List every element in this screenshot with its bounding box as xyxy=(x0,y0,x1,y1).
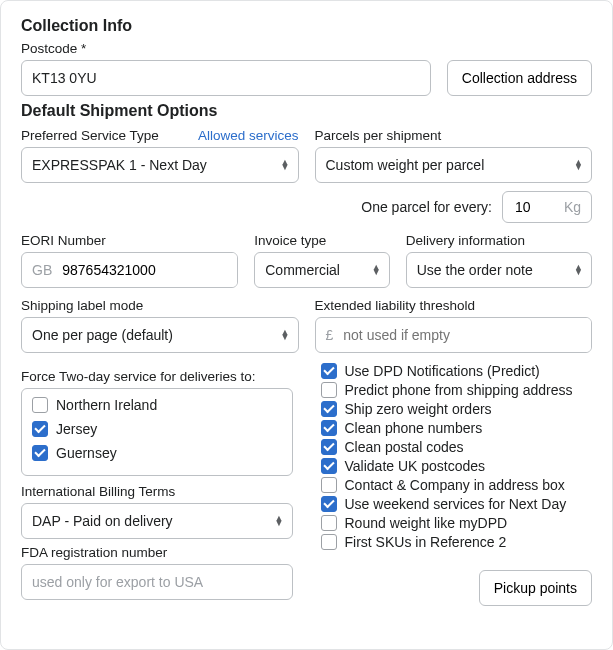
delivery-info-value: Use the order note xyxy=(417,262,533,278)
option-label: First SKUs in Reference 2 xyxy=(345,534,507,550)
force-two-day-label: Force Two-day service for deliveries to: xyxy=(21,369,293,384)
default-shipment-title: Default Shipment Options xyxy=(21,102,592,120)
option-label: Round weight like myDPD xyxy=(345,515,508,531)
invoice-type-value: Commercial xyxy=(265,262,340,278)
checkbox[interactable] xyxy=(32,445,48,461)
checkbox[interactable] xyxy=(321,420,337,436)
fda-label: FDA registration number xyxy=(21,545,293,560)
postcode-input[interactable] xyxy=(21,60,431,96)
select-arrows-icon: ▲▼ xyxy=(574,265,583,275)
option-label: Contact & Company in address box xyxy=(345,477,565,493)
checkbox[interactable] xyxy=(321,496,337,512)
list-item-label: Guernsey xyxy=(56,445,117,461)
checkbox[interactable] xyxy=(32,397,48,413)
parcels-per-shipment-value: Custom weight per parcel xyxy=(326,157,485,173)
checkbox[interactable] xyxy=(321,534,337,550)
currency-prefix: £ xyxy=(316,327,344,343)
extended-liability-input[interactable] xyxy=(343,318,591,352)
option-row[interactable]: Contact & Company in address box xyxy=(321,477,593,493)
parcels-per-shipment-select[interactable]: Custom weight per parcel ▲▼ xyxy=(315,147,593,183)
option-row[interactable]: Validate UK postcodes xyxy=(321,458,593,474)
checkbox[interactable] xyxy=(321,401,337,417)
checkbox[interactable] xyxy=(321,477,337,493)
select-arrows-icon: ▲▼ xyxy=(275,516,284,526)
list-item-label: Northern Ireland xyxy=(56,397,157,413)
label-mode-label: Shipping label mode xyxy=(21,298,299,313)
extended-liability-label: Extended liability threshold xyxy=(315,298,593,313)
options-list: Use DPD Notifications (Predict)Predict p… xyxy=(321,363,593,550)
parcels-per-shipment-label: Parcels per shipment xyxy=(315,128,593,143)
option-row[interactable]: Clean phone numbers xyxy=(321,420,593,436)
eori-input-wrapper: GB xyxy=(21,252,238,288)
option-row[interactable]: Use weekend services for Next Day xyxy=(321,496,593,512)
option-row[interactable]: Clean postal codes xyxy=(321,439,593,455)
option-label: Predict phone from shipping address xyxy=(345,382,573,398)
checkbox[interactable] xyxy=(321,515,337,531)
pickup-points-button[interactable]: Pickup points xyxy=(479,570,592,606)
invoice-type-select[interactable]: Commercial ▲▼ xyxy=(254,252,389,288)
label-mode-value: One per page (default) xyxy=(32,327,173,343)
option-label: Clean postal codes xyxy=(345,439,464,455)
list-item[interactable]: Northern Ireland xyxy=(22,393,292,417)
invoice-type-label: Invoice type xyxy=(254,233,389,248)
collection-address-button[interactable]: Collection address xyxy=(447,60,592,96)
select-arrows-icon: ▲▼ xyxy=(281,330,290,340)
option-label: Validate UK postcodes xyxy=(345,458,486,474)
option-label: Ship zero weight orders xyxy=(345,401,492,417)
settings-card: Collection Info Postcode * Collection ad… xyxy=(0,0,613,650)
preferred-service-select[interactable]: EXPRESSPAK 1 - Next Day ▲▼ xyxy=(21,147,299,183)
collection-info-title: Collection Info xyxy=(21,17,592,35)
checkbox[interactable] xyxy=(32,421,48,437)
checkbox[interactable] xyxy=(321,382,337,398)
checkbox[interactable] xyxy=(321,439,337,455)
postcode-label: Postcode * xyxy=(21,41,592,56)
delivery-info-label: Delivery information xyxy=(406,233,592,248)
kg-suffix: Kg xyxy=(564,199,581,215)
option-row[interactable]: Round weight like myDPD xyxy=(321,515,593,531)
option-label: Clean phone numbers xyxy=(345,420,483,436)
option-label: Use weekend services for Next Day xyxy=(345,496,567,512)
delivery-info-select[interactable]: Use the order note ▲▼ xyxy=(406,252,592,288)
label-mode-select[interactable]: One per page (default) ▲▼ xyxy=(21,317,299,353)
option-row[interactable]: Use DPD Notifications (Predict) xyxy=(321,363,593,379)
option-label: Use DPD Notifications (Predict) xyxy=(345,363,540,379)
checkbox[interactable] xyxy=(321,458,337,474)
option-row[interactable]: Predict phone from shipping address xyxy=(321,382,593,398)
one-parcel-label: One parcel for every: xyxy=(361,199,492,215)
preferred-service-label: Preferred Service Type xyxy=(21,128,159,143)
list-item[interactable]: Guernsey xyxy=(22,441,292,465)
select-arrows-icon: ▲▼ xyxy=(574,160,583,170)
preferred-service-value: EXPRESSPAK 1 - Next Day xyxy=(32,157,207,173)
billing-terms-select[interactable]: DAP - Paid on delivery ▲▼ xyxy=(21,503,293,539)
eori-input[interactable] xyxy=(62,253,237,287)
allowed-services-link[interactable]: Allowed services xyxy=(198,128,299,143)
fda-input[interactable] xyxy=(21,564,293,600)
option-row[interactable]: First SKUs in Reference 2 xyxy=(321,534,593,550)
checkbox[interactable] xyxy=(321,363,337,379)
eori-label: EORI Number xyxy=(21,233,238,248)
force-two-day-listbox[interactable]: Northern IrelandJerseyGuernsey xyxy=(21,388,293,476)
option-row[interactable]: Ship zero weight orders xyxy=(321,401,593,417)
select-arrows-icon: ▲▼ xyxy=(281,160,290,170)
billing-terms-label: International Billing Terms xyxy=(21,484,293,499)
select-arrows-icon: ▲▼ xyxy=(372,265,381,275)
list-item[interactable]: Jersey xyxy=(22,417,292,441)
list-item-label: Jersey xyxy=(56,421,97,437)
billing-terms-value: DAP - Paid on delivery xyxy=(32,513,173,529)
eori-prefix: GB xyxy=(22,262,62,278)
one-parcel-input[interactable]: Kg xyxy=(502,191,592,223)
extended-liability-wrapper: £ xyxy=(315,317,593,353)
